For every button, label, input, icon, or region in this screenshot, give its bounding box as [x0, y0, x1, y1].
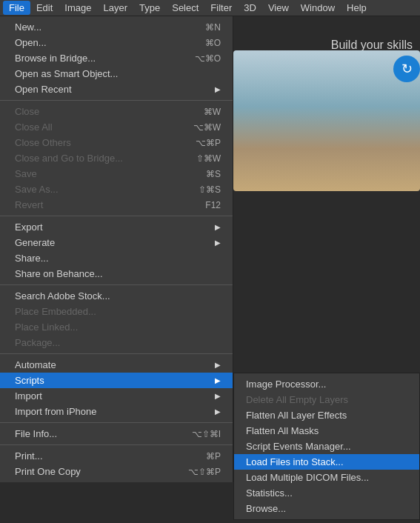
menu-item-open[interactable]: Open... ⌘O	[0, 35, 233, 50]
menubar-item-3d[interactable]: 3D	[238, 1, 262, 15]
menu-item-new[interactable]: New... ⌘N	[0, 19, 233, 35]
submenu-item-flatten-masks[interactable]: Flatten All Masks	[234, 423, 419, 439]
menubar-item-type[interactable]: Type	[133, 1, 166, 15]
submenu-item-flatten-effects[interactable]: Flatten All Layer Effects	[234, 407, 419, 423]
menu-item-share-behance[interactable]: Share on Behance...	[0, 266, 233, 282]
menubar-item-window[interactable]: Window	[295, 1, 341, 15]
refresh-icon[interactable]: ↻	[393, 56, 420, 82]
menu-item-automate[interactable]: Automate ▶	[0, 357, 233, 373]
menu-item-share[interactable]: Share...	[0, 250, 233, 266]
menu-item-file-info[interactable]: File Info... ⌥⇧⌘I	[0, 426, 233, 442]
separator-3	[0, 284, 233, 285]
menu-item-open-recent[interactable]: Open Recent ▶	[0, 81, 233, 97]
menu-item-browse-bridge[interactable]: Browse in Bridge... ⌥⌘O	[0, 50, 233, 66]
menubar-item-filter[interactable]: Filter	[204, 1, 238, 15]
menubar-item-layer[interactable]: Layer	[98, 1, 134, 15]
submenu-item-statistics[interactable]: Statistics...	[234, 485, 419, 501]
menu-item-package[interactable]: Package...	[0, 335, 233, 350]
separator-4	[0, 353, 233, 354]
tutorial-thumbnail	[233, 50, 420, 191]
menubar-item-select[interactable]: Select	[166, 1, 204, 15]
menubar-item-file[interactable]: File	[3, 1, 30, 15]
separator-6	[0, 444, 233, 445]
menu-item-save[interactable]: Save ⌘S	[0, 166, 233, 181]
menu-item-print-one[interactable]: Print One Copy ⌥⇧⌘P	[0, 464, 233, 479]
menu-item-import[interactable]: Import ▶	[0, 388, 233, 404]
menu-item-import-iphone[interactable]: Import from iPhone ▶	[0, 404, 233, 419]
menu-item-export[interactable]: Export ▶	[0, 219, 233, 235]
menu-item-generate[interactable]: Generate ▶	[0, 235, 233, 250]
menubar-item-view[interactable]: View	[262, 1, 295, 15]
separator-5	[0, 422, 233, 423]
submenu-item-image-processor[interactable]: Image Processor...	[234, 376, 419, 392]
menu-item-revert[interactable]: Revert F12	[0, 197, 233, 213]
separator-1	[0, 100, 233, 101]
menubar-item-edit[interactable]: Edit	[30, 1, 59, 15]
submenu-item-load-dicom[interactable]: Load Multiple DICOM Files...	[234, 470, 419, 485]
menubar-item-image[interactable]: Image	[59, 1, 97, 15]
submenu-item-delete-empty-layers[interactable]: Delete All Empty Layers	[234, 392, 419, 407]
menu-item-close-all[interactable]: Close All ⌥⌘W	[0, 119, 233, 135]
menu-item-place-embedded[interactable]: Place Embedded...	[0, 304, 233, 319]
menubar: File Edit Image Layer Type Select Filter…	[0, 0, 420, 16]
menu-item-scripts[interactable]: Scripts ▶	[0, 373, 233, 388]
menu-item-close-others[interactable]: Close Others ⌥⌘P	[0, 135, 233, 150]
menu-item-search-stock[interactable]: Search Adobe Stock...	[0, 288, 233, 304]
menu-item-open-smart[interactable]: Open as Smart Object...	[0, 66, 233, 81]
separator-2	[0, 216, 233, 216]
file-menu-dropdown: New... ⌘N Open... ⌘O Browse in Bridge...…	[0, 16, 233, 482]
menubar-item-help[interactable]: Help	[341, 1, 373, 15]
menu-item-print[interactable]: Print... ⌘P	[0, 448, 233, 464]
submenu-item-script-events[interactable]: Script Events Manager...	[234, 439, 419, 454]
submenu-item-browse[interactable]: Browse...	[234, 501, 419, 516]
menu-item-close[interactable]: Close ⌘W	[0, 104, 233, 119]
scripts-submenu: Image Processor... Delete All Empty Laye…	[233, 373, 420, 520]
menu-item-save-as[interactable]: Save As... ⇧⌘S	[0, 181, 233, 197]
menu-item-place-linked[interactable]: Place Linked...	[0, 319, 233, 335]
submenu-item-load-files-stack[interactable]: Load Files into Stack...	[234, 454, 419, 470]
menu-item-close-go-bridge[interactable]: Close and Go to Bridge... ⇧⌘W	[0, 150, 233, 166]
